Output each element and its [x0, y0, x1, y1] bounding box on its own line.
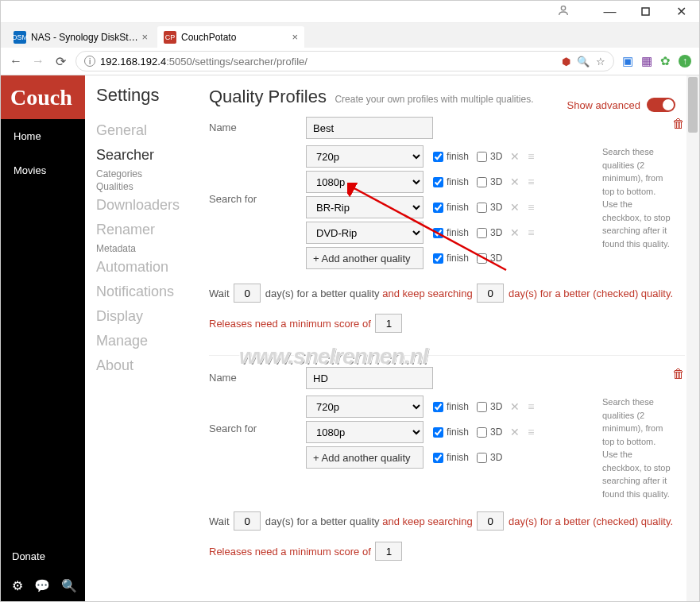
- settings-subnav-qualities[interactable]: Qualities: [96, 180, 198, 193]
- settings-nav-about[interactable]: About: [96, 353, 198, 378]
- svg-rect-1: [642, 8, 649, 15]
- remove-quality-icon[interactable]: ✕: [507, 426, 523, 438]
- nav-home[interactable]: Home: [1, 119, 85, 153]
- add-quality-button[interactable]: + Add another quality: [306, 247, 423, 269]
- remove-quality-icon[interactable]: ✕: [507, 150, 523, 163]
- settings-nav: Settings General Searcher Categories Qua…: [85, 75, 204, 601]
- finish-checkbox[interactable]: [433, 152, 443, 162]
- browser-tab[interactable]: CP CouchPotato ×: [157, 26, 304, 48]
- remove-quality-icon[interactable]: ✕: [507, 201, 523, 214]
- finish-checkbox[interactable]: [433, 228, 443, 238]
- drag-handle-icon[interactable]: ≡: [528, 426, 534, 438]
- chat-icon[interactable]: 💬: [34, 578, 50, 593]
- min-score-input[interactable]: [375, 314, 402, 333]
- gear-icon[interactable]: ⚙: [12, 578, 23, 593]
- drag-handle-icon[interactable]: ≡: [528, 150, 534, 163]
- settings-subnav-metadata[interactable]: Metadata: [96, 242, 198, 255]
- min-score-input[interactable]: [375, 542, 402, 561]
- svg-point-0: [561, 6, 565, 10]
- add-quality-button[interactable]: + Add another quality: [306, 446, 423, 469]
- settings-nav-renamer[interactable]: Renamer: [96, 218, 198, 242]
- profile-name-input[interactable]: [306, 117, 433, 139]
- settings-title: Settings: [96, 85, 198, 106]
- chrome-user-icon[interactable]: [557, 4, 570, 20]
- search-icon[interactable]: 🔍: [61, 578, 77, 593]
- window-maximize-button[interactable]: [628, 1, 663, 23]
- main-content: Quality Profiles Create your own profile…: [204, 75, 699, 601]
- browser-tab[interactable]: DSM NAS - Synology DiskStat... ×: [7, 26, 154, 48]
- tab-close-icon[interactable]: ×: [141, 31, 148, 43]
- keep-days-input[interactable]: [477, 284, 504, 303]
- settings-nav-downloaders[interactable]: Downloaders: [96, 193, 198, 218]
- zoom-icon[interactable]: 🔍: [577, 56, 590, 68]
- 3d-checkbox[interactable]: [477, 253, 487, 264]
- keep-days-input[interactable]: [477, 511, 504, 531]
- profile-name-input[interactable]: [306, 367, 433, 389]
- finish-checkbox[interactable]: [433, 253, 443, 264]
- site-info-icon[interactable]: i: [84, 56, 95, 67]
- scrollbar[interactable]: [686, 75, 699, 601]
- tab-close-icon[interactable]: ×: [292, 31, 298, 43]
- quality-select[interactable]: 720p: [306, 396, 423, 418]
- finish-checkbox[interactable]: [433, 453, 443, 463]
- wait-days-input[interactable]: [234, 511, 261, 531]
- field-label: Search for: [209, 396, 306, 434]
- quality-select[interactable]: BR-Rip: [306, 196, 423, 218]
- nav-movies[interactable]: Movies: [1, 153, 85, 187]
- finish-checkbox[interactable]: [433, 427, 443, 438]
- remove-quality-icon[interactable]: ✕: [507, 400, 523, 413]
- reload-button[interactable]: ⟳: [53, 54, 68, 69]
- extension-icon[interactable]: ▦: [641, 54, 652, 68]
- 3d-checkbox[interactable]: [477, 427, 487, 438]
- quality-profile: Name 🗑 Search for 720p finish3D ✕≡ 1080p…: [209, 117, 685, 333]
- remove-quality-icon[interactable]: ✕: [507, 176, 523, 188]
- finish-checkbox[interactable]: [433, 402, 443, 412]
- quality-profile: Name 🗑 Search for 720p finish3D ✕≡ 1080p…: [209, 355, 685, 561]
- remove-quality-icon[interactable]: ✕: [507, 226, 523, 239]
- quality-select[interactable]: 720p: [306, 145, 423, 168]
- settings-nav-manage[interactable]: Manage: [96, 329, 198, 353]
- address-bar[interactable]: i 192.168.192.4:5050/settings/searcher/p…: [75, 51, 614, 71]
- drag-handle-icon[interactable]: ≡: [528, 176, 534, 188]
- delete-profile-button[interactable]: 🗑: [672, 117, 685, 131]
- quality-select[interactable]: 1080p: [306, 171, 423, 193]
- forward-button[interactable]: →: [31, 54, 45, 68]
- star-icon[interactable]: ☆: [596, 56, 605, 68]
- wait-row: Wait day(s) for a better quality and kee…: [209, 511, 685, 531]
- 3d-checkbox[interactable]: [477, 177, 487, 187]
- delete-profile-button[interactable]: 🗑: [672, 367, 685, 381]
- 3d-checkbox[interactable]: [477, 228, 487, 238]
- 3d-checkbox[interactable]: [477, 203, 487, 213]
- quality-select[interactable]: DVD-Rip: [306, 222, 423, 244]
- extension-icon[interactable]: ▣: [622, 54, 633, 68]
- wait-days-input[interactable]: [234, 284, 261, 303]
- drag-handle-icon[interactable]: ≡: [528, 201, 534, 214]
- drag-handle-icon[interactable]: ≡: [528, 400, 534, 413]
- window-close-button[interactable]: ✕: [663, 1, 699, 23]
- settings-nav-searcher[interactable]: Searcher: [96, 143, 198, 168]
- finish-checkbox[interactable]: [433, 203, 443, 213]
- window-minimize-button[interactable]: —: [592, 1, 628, 23]
- drag-handle-icon[interactable]: ≡: [528, 226, 534, 239]
- browser-tab-strip: DSM NAS - Synology DiskStat... × CP Couc…: [1, 23, 699, 48]
- extension-icon[interactable]: ↑: [679, 55, 691, 68]
- 3d-checkbox[interactable]: [477, 453, 487, 463]
- settings-nav-display[interactable]: Display: [96, 304, 198, 329]
- settings-nav-general[interactable]: General: [96, 118, 198, 143]
- app-logo[interactable]: Couch: [1, 75, 85, 119]
- field-label: Name: [209, 367, 306, 384]
- settings-subnav-categories[interactable]: Categories: [96, 168, 198, 180]
- page-title: Quality Profiles: [209, 87, 327, 106]
- quality-select[interactable]: 1080p: [306, 421, 423, 443]
- 3d-checkbox[interactable]: [477, 402, 487, 412]
- url-text: 192.168.192.4:5050/settings/searcher/pro…: [100, 56, 562, 68]
- back-button[interactable]: ←: [9, 54, 23, 68]
- settings-nav-automation[interactable]: Automation: [96, 255, 198, 280]
- nav-donate[interactable]: Donate: [1, 542, 85, 570]
- bookmark-icon[interactable]: ⬢: [562, 56, 570, 68]
- field-label: Search for: [209, 145, 306, 205]
- settings-nav-notifications[interactable]: Notifications: [96, 280, 198, 304]
- extension-icon[interactable]: ✿: [660, 54, 671, 68]
- finish-checkbox[interactable]: [433, 177, 443, 187]
- 3d-checkbox[interactable]: [477, 152, 487, 162]
